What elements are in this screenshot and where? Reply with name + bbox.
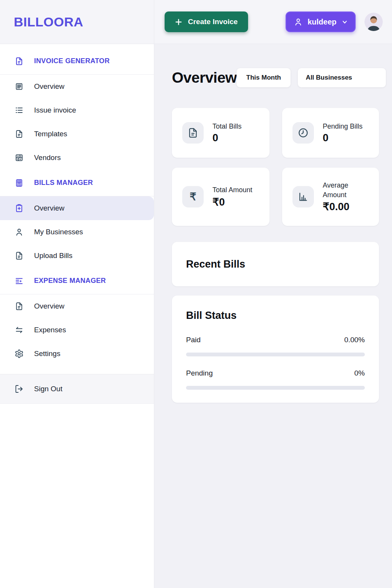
create-invoice-button[interactable]: Create Invoice bbox=[165, 11, 248, 32]
chevron-down-icon bbox=[342, 19, 348, 25]
reader-icon bbox=[15, 82, 24, 91]
stat-card-total-amount: ₹ Total Amount ₹0 bbox=[172, 168, 270, 226]
status-label: Paid bbox=[186, 336, 201, 344]
sidebar-item-invoice-overview[interactable]: Overview bbox=[0, 75, 154, 98]
sidebar: BILLOORA INVOICE GENERATOR Overview Issu bbox=[0, 0, 154, 588]
sidebar-item-label: Upload Bills bbox=[34, 252, 72, 260]
stat-label: Total Amount bbox=[212, 185, 252, 194]
sidebar-item-templates[interactable]: Templates bbox=[0, 122, 154, 146]
sidebar-item-label: My Businesses bbox=[34, 228, 83, 236]
sidebar-section-label: EXPENSE MANAGER bbox=[34, 277, 106, 285]
sidebar-item-label: Settings bbox=[34, 350, 60, 358]
sidebar-section-bills-manager[interactable]: BILLS MANAGER bbox=[0, 170, 154, 196]
file-text-icon bbox=[15, 57, 24, 66]
status-label: Pending bbox=[186, 369, 213, 377]
recent-bills-card: Recent Bills bbox=[172, 242, 379, 286]
stat-text: Total Amount ₹0 bbox=[212, 185, 252, 208]
main-content: Overview This Month All Businesses Total… bbox=[154, 44, 392, 403]
title-row: Overview This Month All Businesses bbox=[172, 68, 379, 87]
sidebar-item-my-businesses[interactable]: My Businesses bbox=[0, 220, 154, 244]
sidebar-section-expense-manager[interactable]: EXPENSE MANAGER bbox=[0, 268, 154, 294]
file-text-icon bbox=[15, 302, 24, 311]
app-root: BILLOORA INVOICE GENERATOR Overview Issu bbox=[0, 0, 392, 588]
file-text-icon bbox=[15, 129, 24, 139]
topbar-right: kuldeep bbox=[286, 11, 383, 32]
sidebar-item-label: Sign Out bbox=[34, 385, 62, 393]
topbar: Create Invoice kuldeep bbox=[154, 0, 392, 44]
file-text-icon bbox=[15, 251, 24, 260]
stat-text: Pending Bills 0 bbox=[323, 122, 363, 144]
clock-icon bbox=[292, 122, 314, 144]
file-text-icon bbox=[182, 122, 204, 144]
stat-label: Pending Bills bbox=[323, 122, 363, 131]
stat-text: Average Amount ₹0.00 bbox=[323, 181, 368, 213]
plus-icon bbox=[175, 18, 182, 26]
sidebar-item-label: Overview bbox=[34, 302, 64, 310]
list-icon bbox=[15, 106, 24, 115]
progress-track-paid bbox=[186, 353, 365, 356]
avatar[interactable] bbox=[364, 13, 383, 31]
rupee-icon: ₹ bbox=[182, 186, 204, 207]
gear-icon bbox=[15, 349, 24, 358]
status-row-head: Paid 0.00% bbox=[186, 336, 365, 344]
stat-label: Average Amount bbox=[323, 181, 368, 199]
stat-card-average-amount: Average Amount ₹0.00 bbox=[282, 168, 379, 226]
status-value: 0.00% bbox=[344, 336, 365, 344]
logo-area: BILLOORA bbox=[0, 0, 154, 44]
person-icon bbox=[294, 17, 303, 26]
swap-arrows-icon bbox=[15, 325, 24, 335]
sidebar-spacer bbox=[0, 366, 154, 374]
sidebar-item-upload-bills[interactable]: Upload Bills bbox=[0, 244, 154, 268]
sidebar-item-bills-overview[interactable]: Overview bbox=[0, 196, 154, 220]
stats-grid: Total Bills 0 Pending Bills 0 ₹ bbox=[172, 108, 379, 226]
clipboard-plus-icon bbox=[15, 204, 24, 213]
stat-label: Total Bills bbox=[212, 122, 242, 131]
business-filter-button[interactable]: All Businesses bbox=[298, 68, 386, 87]
main-column: Create Invoice kuldeep bbox=[154, 0, 392, 588]
sidebar-item-label: Templates bbox=[34, 130, 67, 138]
sidebar-item-vendors[interactable]: Vendors bbox=[0, 146, 154, 170]
sidebar-item-expense-overview[interactable]: Overview bbox=[0, 294, 154, 318]
page-title: Overview bbox=[172, 69, 237, 86]
status-row-head: Pending 0% bbox=[186, 369, 365, 377]
bill-status-title: Bill Status bbox=[186, 310, 365, 322]
sidebar-item-label: Vendors bbox=[34, 154, 61, 162]
abacus-icon bbox=[15, 178, 24, 188]
period-filter-button[interactable]: This Month bbox=[237, 68, 290, 87]
table-cells-icon bbox=[15, 153, 24, 162]
create-invoice-label: Create Invoice bbox=[188, 18, 238, 26]
sidebar-section-label: INVOICE GENERATOR bbox=[34, 57, 109, 65]
bar-chart-icon bbox=[292, 186, 314, 207]
user-name: kuldeep bbox=[307, 18, 336, 26]
stat-card-pending-bills: Pending Bills 0 bbox=[282, 108, 379, 158]
document-sparkle-icon bbox=[15, 276, 24, 286]
signout-section: Sign Out bbox=[0, 374, 154, 404]
sidebar-item-label: Overview bbox=[34, 82, 64, 91]
bill-status-card: Bill Status Paid 0.00% Pending 0% bbox=[172, 296, 379, 403]
user-menu-button[interactable]: kuldeep bbox=[286, 11, 356, 32]
stat-card-total-bills: Total Bills 0 bbox=[172, 108, 270, 158]
status-value: 0% bbox=[354, 369, 365, 377]
sidebar-item-expenses[interactable]: Expenses bbox=[0, 318, 154, 342]
person-icon bbox=[15, 227, 24, 237]
sidebar-item-settings[interactable]: Settings bbox=[0, 342, 154, 366]
sidebar-item-issue-invoice[interactable]: Issue invoice bbox=[0, 98, 154, 122]
brand-logo: BILLOORA bbox=[14, 15, 83, 29]
stat-text: Total Bills 0 bbox=[212, 122, 242, 144]
sidebar-item-label: Overview bbox=[34, 204, 64, 212]
status-row-paid: Paid 0.00% bbox=[186, 336, 365, 356]
sidebar-item-label: Issue invoice bbox=[34, 106, 76, 114]
sidebar-filler bbox=[0, 404, 154, 588]
stat-value: ₹0.00 bbox=[323, 201, 368, 213]
stat-value: 0 bbox=[212, 132, 242, 144]
sidebar-nav: INVOICE GENERATOR Overview Issue invoice… bbox=[0, 44, 154, 588]
sidebar-item-label: Expenses bbox=[34, 326, 66, 334]
status-row-pending: Pending 0% bbox=[186, 369, 365, 390]
stat-value: 0 bbox=[323, 132, 363, 144]
sidebar-item-sign-out[interactable]: Sign Out bbox=[0, 377, 154, 401]
progress-track-pending bbox=[186, 386, 365, 390]
recent-bills-title: Recent Bills bbox=[186, 258, 245, 270]
sidebar-section-invoice-generator[interactable]: INVOICE GENERATOR bbox=[0, 48, 154, 75]
sign-out-icon bbox=[15, 384, 24, 394]
stat-value: ₹0 bbox=[212, 196, 252, 208]
